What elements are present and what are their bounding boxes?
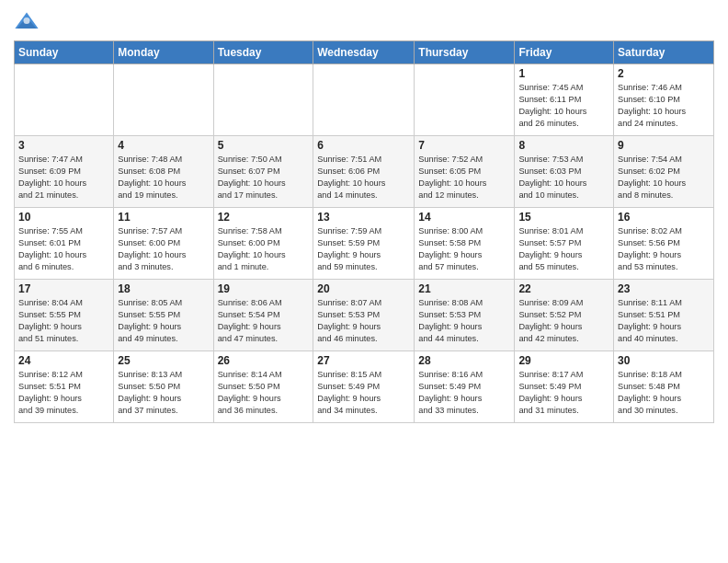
day-cell: 8Sunrise: 7:53 AM Sunset: 6:03 PM Daylig… (515, 136, 614, 208)
day-number: 15 (518, 211, 609, 224)
day-info: Sunrise: 7:57 AM Sunset: 6:00 PM Dayligh… (118, 225, 209, 273)
day-number: 22 (518, 282, 609, 295)
day-info: Sunrise: 7:46 AM Sunset: 6:10 PM Dayligh… (618, 82, 710, 130)
day-number: 28 (418, 354, 510, 367)
logo (14, 9, 43, 35)
day-info: Sunrise: 7:52 AM Sunset: 6:05 PM Dayligh… (418, 154, 510, 201)
day-number: 17 (18, 282, 109, 295)
day-cell: 1Sunrise: 7:45 AM Sunset: 6:11 PM Daylig… (515, 64, 614, 136)
day-cell: 14Sunrise: 8:00 AM Sunset: 5:58 PM Dayli… (415, 208, 515, 280)
day-number: 25 (118, 354, 209, 367)
day-cell: 18Sunrise: 8:05 AM Sunset: 5:55 PM Dayli… (114, 280, 213, 351)
day-cell (15, 64, 114, 136)
day-number: 18 (118, 282, 209, 295)
day-number: 30 (618, 354, 710, 367)
weekday-header-tuesday: Tuesday (213, 41, 313, 64)
day-cell: 10Sunrise: 7:55 AM Sunset: 6:01 PM Dayli… (15, 208, 114, 280)
week-row-4: 17Sunrise: 8:04 AM Sunset: 5:55 PM Dayli… (15, 280, 714, 351)
day-cell: 30Sunrise: 8:18 AM Sunset: 5:48 PM Dayli… (614, 351, 714, 423)
day-info: Sunrise: 8:12 AM Sunset: 5:51 PM Dayligh… (18, 369, 109, 417)
weekday-header-thursday: Thursday (415, 41, 515, 64)
day-cell: 25Sunrise: 8:13 AM Sunset: 5:50 PM Dayli… (114, 351, 213, 423)
day-cell: 16Sunrise: 8:02 AM Sunset: 5:56 PM Dayli… (614, 208, 714, 280)
day-info: Sunrise: 8:04 AM Sunset: 5:55 PM Dayligh… (18, 297, 109, 345)
day-info: Sunrise: 8:08 AM Sunset: 5:53 PM Dayligh… (418, 297, 510, 345)
day-info: Sunrise: 7:55 AM Sunset: 6:01 PM Dayligh… (18, 225, 109, 273)
day-cell: 19Sunrise: 8:06 AM Sunset: 5:54 PM Dayli… (213, 280, 313, 351)
day-number: 23 (618, 282, 710, 295)
day-info: Sunrise: 8:02 AM Sunset: 5:56 PM Dayligh… (618, 225, 710, 273)
weekday-header-sunday: Sunday (15, 41, 114, 64)
day-info: Sunrise: 7:45 AM Sunset: 6:11 PM Dayligh… (518, 82, 609, 130)
day-number: 12 (218, 211, 310, 224)
day-cell: 29Sunrise: 8:17 AM Sunset: 5:49 PM Dayli… (515, 351, 614, 423)
day-cell: 2Sunrise: 7:46 AM Sunset: 6:10 PM Daylig… (614, 64, 714, 136)
day-cell: 26Sunrise: 8:14 AM Sunset: 5:50 PM Dayli… (213, 351, 313, 423)
day-number: 6 (317, 139, 410, 152)
day-info: Sunrise: 8:16 AM Sunset: 5:49 PM Dayligh… (418, 369, 510, 417)
day-number: 9 (618, 139, 710, 152)
day-info: Sunrise: 7:58 AM Sunset: 6:00 PM Dayligh… (218, 225, 310, 273)
day-info: Sunrise: 7:59 AM Sunset: 5:59 PM Dayligh… (317, 225, 410, 273)
day-number: 10 (18, 211, 109, 224)
day-number: 19 (218, 282, 310, 295)
svg-point-2 (24, 17, 30, 24)
day-info: Sunrise: 8:13 AM Sunset: 5:50 PM Dayligh… (118, 369, 209, 417)
weekday-header-friday: Friday (515, 41, 614, 64)
day-cell (313, 64, 415, 136)
day-number: 1 (518, 67, 609, 80)
day-number: 21 (418, 282, 510, 295)
day-cell: 17Sunrise: 8:04 AM Sunset: 5:55 PM Dayli… (15, 280, 114, 351)
day-number: 26 (218, 354, 310, 367)
calendar-table: SundayMondayTuesdayWednesdayThursdayFrid… (14, 40, 714, 423)
day-info: Sunrise: 8:05 AM Sunset: 5:55 PM Dayligh… (118, 297, 209, 345)
day-info: Sunrise: 8:01 AM Sunset: 5:57 PM Dayligh… (518, 225, 609, 273)
day-cell: 21Sunrise: 8:08 AM Sunset: 5:53 PM Dayli… (415, 280, 515, 351)
day-cell (415, 64, 515, 136)
day-number: 16 (618, 211, 710, 224)
day-info: Sunrise: 8:11 AM Sunset: 5:51 PM Dayligh… (618, 297, 710, 345)
day-number: 3 (18, 139, 109, 152)
weekday-header-row: SundayMondayTuesdayWednesdayThursdayFrid… (15, 41, 714, 64)
day-cell: 4Sunrise: 7:48 AM Sunset: 6:08 PM Daylig… (114, 136, 213, 208)
day-info: Sunrise: 8:09 AM Sunset: 5:52 PM Dayligh… (518, 297, 609, 345)
day-info: Sunrise: 8:07 AM Sunset: 5:53 PM Dayligh… (317, 297, 410, 345)
day-number: 20 (317, 282, 410, 295)
day-cell: 7Sunrise: 7:52 AM Sunset: 6:05 PM Daylig… (415, 136, 515, 208)
day-cell: 23Sunrise: 8:11 AM Sunset: 5:51 PM Dayli… (614, 280, 714, 351)
day-info: Sunrise: 7:51 AM Sunset: 6:06 PM Dayligh… (317, 154, 410, 201)
week-row-2: 3Sunrise: 7:47 AM Sunset: 6:09 PM Daylig… (15, 136, 714, 208)
day-cell: 15Sunrise: 8:01 AM Sunset: 5:57 PM Dayli… (515, 208, 614, 280)
day-info: Sunrise: 8:00 AM Sunset: 5:58 PM Dayligh… (418, 225, 510, 273)
day-info: Sunrise: 7:54 AM Sunset: 6:02 PM Dayligh… (618, 154, 710, 201)
day-cell (114, 64, 213, 136)
day-cell: 27Sunrise: 8:15 AM Sunset: 5:49 PM Dayli… (313, 351, 415, 423)
page-container: SundayMondayTuesdayWednesdayThursdayFrid… (0, 0, 728, 432)
day-number: 4 (118, 139, 209, 152)
day-number: 14 (418, 211, 510, 224)
header (14, 9, 714, 35)
day-number: 5 (218, 139, 310, 152)
weekday-header-saturday: Saturday (614, 41, 714, 64)
day-cell: 9Sunrise: 7:54 AM Sunset: 6:02 PM Daylig… (614, 136, 714, 208)
day-number: 13 (317, 211, 410, 224)
day-cell: 20Sunrise: 8:07 AM Sunset: 5:53 PM Dayli… (313, 280, 415, 351)
day-number: 27 (317, 354, 410, 367)
day-cell: 6Sunrise: 7:51 AM Sunset: 6:06 PM Daylig… (313, 136, 415, 208)
week-row-1: 1Sunrise: 7:45 AM Sunset: 6:11 PM Daylig… (15, 64, 714, 136)
day-cell: 12Sunrise: 7:58 AM Sunset: 6:00 PM Dayli… (213, 208, 313, 280)
day-number: 29 (518, 354, 609, 367)
weekday-header-monday: Monday (114, 41, 213, 64)
day-info: Sunrise: 7:47 AM Sunset: 6:09 PM Dayligh… (18, 154, 109, 201)
day-info: Sunrise: 8:14 AM Sunset: 5:50 PM Dayligh… (218, 369, 310, 417)
day-cell: 5Sunrise: 7:50 AM Sunset: 6:07 PM Daylig… (213, 136, 313, 208)
week-row-3: 10Sunrise: 7:55 AM Sunset: 6:01 PM Dayli… (15, 208, 714, 280)
day-cell (213, 64, 313, 136)
day-cell: 13Sunrise: 7:59 AM Sunset: 5:59 PM Dayli… (313, 208, 415, 280)
day-cell: 3Sunrise: 7:47 AM Sunset: 6:09 PM Daylig… (15, 136, 114, 208)
day-info: Sunrise: 8:17 AM Sunset: 5:49 PM Dayligh… (518, 369, 609, 417)
week-row-5: 24Sunrise: 8:12 AM Sunset: 5:51 PM Dayli… (15, 351, 714, 423)
day-info: Sunrise: 8:18 AM Sunset: 5:48 PM Dayligh… (618, 369, 710, 417)
day-cell: 22Sunrise: 8:09 AM Sunset: 5:52 PM Dayli… (515, 280, 614, 351)
day-cell: 24Sunrise: 8:12 AM Sunset: 5:51 PM Dayli… (15, 351, 114, 423)
